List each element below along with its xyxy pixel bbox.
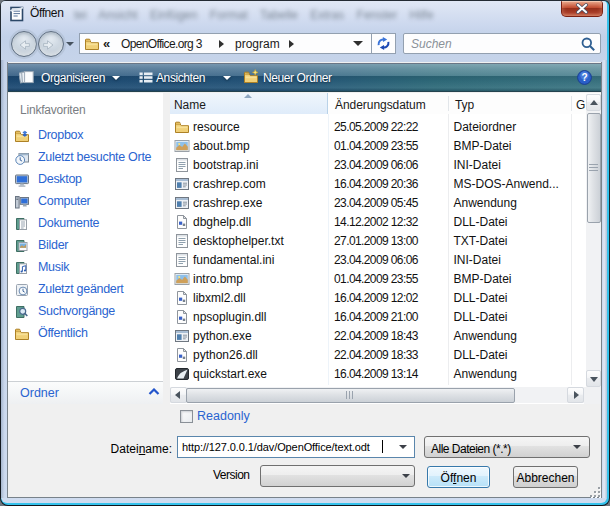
svg-text:?: ?: [581, 72, 587, 83]
